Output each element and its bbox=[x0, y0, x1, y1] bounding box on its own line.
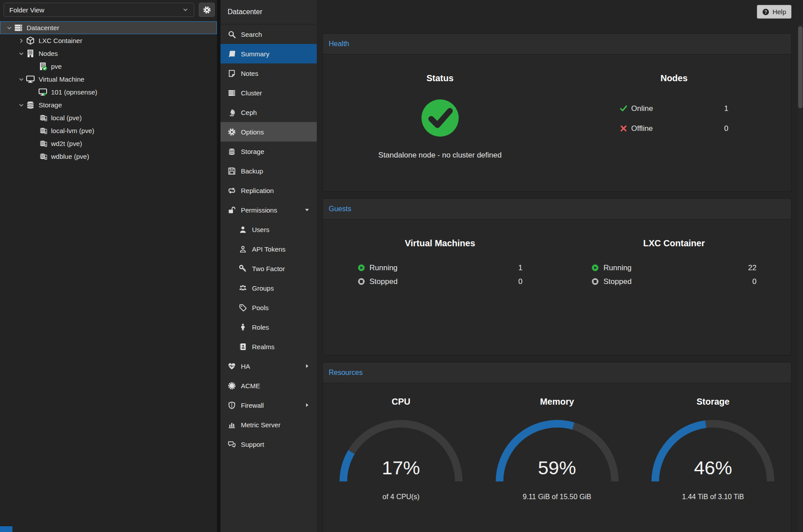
menu-item-label: Pools bbox=[252, 304, 269, 311]
menu-item-metric-server[interactable]: Metric Server bbox=[220, 415, 317, 434]
menu-item-pools[interactable]: Pools bbox=[220, 298, 317, 317]
expander-chevron-down-icon[interactable] bbox=[18, 102, 25, 109]
menu-item-label: Notes bbox=[241, 70, 258, 77]
menu-item-options[interactable]: Options bbox=[220, 122, 317, 142]
tree-item-local-lvm-pve[interactable]: local-lvm (pve) bbox=[0, 124, 217, 137]
caret-down-icon bbox=[304, 207, 310, 213]
menu-item-label: Metric Server bbox=[241, 421, 280, 429]
shield-icon bbox=[228, 402, 236, 409]
chevron-down-icon bbox=[18, 102, 24, 108]
expander-spacer bbox=[30, 127, 37, 134]
menu-item-label: Cluster bbox=[241, 89, 262, 97]
tree-item-pve[interactable]: pve bbox=[0, 60, 217, 73]
tree-item-label: LXC Container bbox=[39, 37, 82, 44]
resources-panel-body: CPU 17% of 4 CPU(s) Memory bbox=[323, 383, 791, 532]
tree-item-nodes[interactable]: Nodes bbox=[0, 47, 217, 60]
menu-item-label: Replication bbox=[241, 187, 274, 194]
tree-item-wd2t-pve[interactable]: wd2t (pve) bbox=[0, 137, 217, 150]
guests-panel: Guests Virtual Machines Running 1 bbox=[323, 198, 791, 355]
database-icon bbox=[26, 101, 35, 109]
vm-running-label: Running bbox=[370, 264, 398, 272]
scrollbar-thumb[interactable] bbox=[798, 26, 803, 108]
menu-item-label: HA bbox=[241, 363, 250, 370]
menu-item-realms[interactable]: Realms bbox=[220, 337, 317, 356]
tree-item-label: wdblue (pve) bbox=[51, 153, 89, 160]
menu-item-replication[interactable]: Replication bbox=[220, 181, 317, 200]
tree-item-virtual-machine[interactable]: Virtual Machine bbox=[0, 73, 217, 86]
help-button-label: Help bbox=[772, 8, 786, 16]
tag-icon bbox=[239, 304, 247, 311]
lxc-running-label: Running bbox=[603, 264, 631, 272]
resource-tree: DatacenterLXC ContainerNodespveVirtual M… bbox=[0, 20, 217, 163]
vm-column: Virtual Machines Running 1 Stopped 0 bbox=[323, 220, 557, 355]
note-icon bbox=[228, 70, 236, 77]
tree-settings-button[interactable] bbox=[199, 3, 215, 17]
cpu-gauge-detail: of 4 CPU(s) bbox=[382, 493, 420, 501]
health-panel-title: Health bbox=[329, 40, 349, 48]
expander-chevron-right-icon[interactable] bbox=[18, 37, 25, 44]
heartbeat-icon bbox=[228, 363, 236, 370]
menu-item-label: Options bbox=[241, 128, 264, 136]
menu-item-label: Firewall bbox=[241, 402, 264, 409]
server-stack-icon bbox=[228, 89, 236, 97]
menu-item-cluster[interactable]: Cluster bbox=[220, 83, 317, 102]
menu-item-support[interactable]: Support bbox=[220, 434, 317, 454]
menu-item-api-tokens[interactable]: API Tokens bbox=[220, 239, 317, 259]
nodes-online-row: Online 1 bbox=[620, 99, 728, 118]
menu-item-groups[interactable]: Groups bbox=[220, 278, 317, 298]
lxc-running-value: 22 bbox=[748, 264, 756, 272]
menu-item-users[interactable]: Users bbox=[220, 220, 317, 239]
vm-running-value: 1 bbox=[518, 264, 522, 272]
tree-item-wdblue-pve[interactable]: wdblue (pve) bbox=[0, 150, 217, 163]
tree-item-local-pve[interactable]: local (pve) bbox=[0, 111, 217, 124]
chevron-down-icon bbox=[18, 76, 24, 83]
tree-item-101-opnsense[interactable]: 101 (opnsense) bbox=[0, 86, 217, 99]
menu-items: SearchSummaryNotesClusterCephOptionsStor… bbox=[220, 24, 317, 454]
online-value: 1 bbox=[724, 104, 728, 113]
content-scrollbar[interactable] bbox=[798, 24, 803, 532]
tree-item-storage[interactable]: Storage bbox=[0, 99, 217, 111]
expander-chevron-down-icon[interactable] bbox=[18, 50, 25, 57]
menu-item-two-factor[interactable]: Two Factor bbox=[220, 259, 317, 278]
menu-item-acme[interactable]: ACME bbox=[220, 376, 317, 395]
book-icon bbox=[228, 50, 236, 58]
status-message: Standalone node - no cluster defined bbox=[378, 151, 502, 160]
cpu-gauge: CPU 17% of 4 CPU(s) bbox=[323, 383, 479, 532]
tree-item-label: local (pve) bbox=[51, 114, 82, 122]
guests-panel-body: Virtual Machines Running 1 Stopped 0 bbox=[323, 219, 791, 355]
menu-item-search[interactable]: Search bbox=[220, 24, 317, 44]
chevron-right-icon bbox=[18, 38, 24, 44]
address-book-icon bbox=[239, 343, 247, 351]
status-ok-badge bbox=[421, 99, 459, 137]
sidebar-splitter[interactable] bbox=[217, 0, 220, 532]
user-outline-icon bbox=[239, 245, 247, 253]
menu-item-firewall[interactable]: Firewall bbox=[220, 395, 317, 415]
menu-item-permissions[interactable]: Permissions bbox=[220, 200, 317, 220]
menu-item-label: Backup bbox=[241, 167, 263, 175]
tree-item-label: wd2t (pve) bbox=[51, 140, 82, 147]
memory-gauge-arc: 59% bbox=[491, 415, 624, 486]
menu-item-ha[interactable]: HA bbox=[220, 356, 317, 376]
cpu-gauge-arc: 17% bbox=[335, 415, 468, 486]
menu-item-storage[interactable]: Storage bbox=[220, 142, 317, 161]
caret-right-icon bbox=[304, 402, 310, 408]
expander-chevron-down-icon[interactable] bbox=[6, 24, 13, 32]
menu-item-label: Realms bbox=[252, 343, 275, 351]
menu-item-roles[interactable]: Roles bbox=[220, 317, 317, 337]
view-mode-select[interactable]: Folder View bbox=[4, 3, 194, 17]
question-circle-icon bbox=[762, 8, 769, 16]
tree-item-lxc-container[interactable]: LXC Container bbox=[0, 34, 217, 47]
menu-item-ceph[interactable]: Ceph bbox=[220, 102, 317, 122]
tree-item-datacenter[interactable]: Datacenter bbox=[0, 21, 217, 34]
expander-chevron-down-icon[interactable] bbox=[18, 76, 25, 83]
menu-item-notes[interactable]: Notes bbox=[220, 63, 317, 83]
menu-item-backup[interactable]: Backup bbox=[220, 161, 317, 181]
users-icon bbox=[239, 284, 247, 292]
menu-item-summary[interactable]: Summary bbox=[220, 44, 317, 63]
gear-icon bbox=[203, 6, 211, 14]
sidebar-corner-strip bbox=[0, 526, 12, 532]
play-circle-icon bbox=[358, 264, 365, 272]
cross-icon bbox=[620, 125, 627, 132]
lxc-running-row: Running 22 bbox=[591, 261, 756, 275]
help-button[interactable]: Help bbox=[757, 5, 791, 19]
